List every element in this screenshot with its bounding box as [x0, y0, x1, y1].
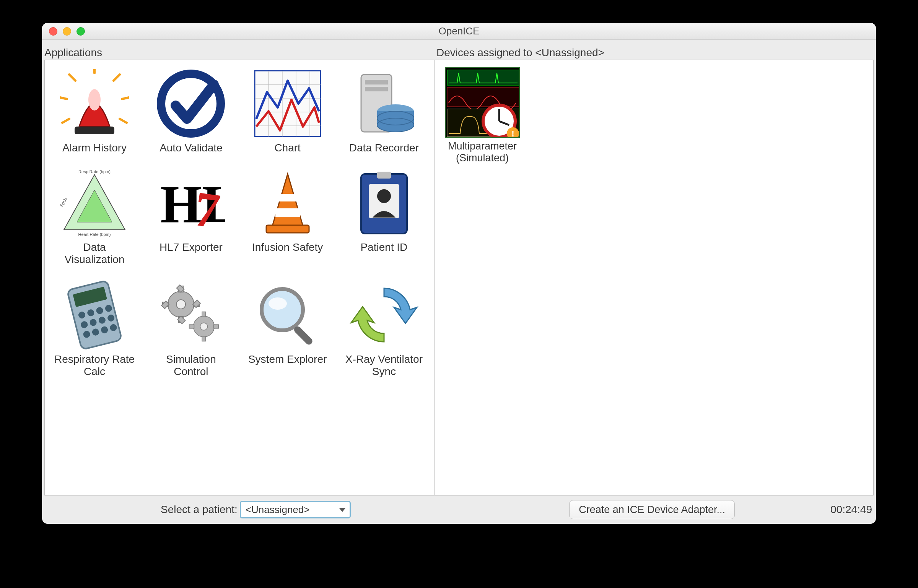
bottom-bar: Select a patient: <Unassigned> Create an… — [42, 498, 876, 524]
app-window: OpenICE Applications Devices assigned to… — [42, 23, 876, 524]
triangle-plot-icon — [56, 165, 133, 241]
magnifier-icon — [249, 277, 326, 353]
patient-select-value: <Unassigned> — [246, 504, 310, 516]
app-label: Alarm History — [62, 142, 127, 154]
minimize-icon[interactable] — [63, 27, 71, 36]
applications-heading: Applications — [44, 47, 436, 59]
chevron-down-icon — [339, 508, 346, 512]
app-label: Chart — [274, 142, 300, 154]
app-label: Infusion Safety — [252, 241, 323, 253]
content-area: Applications Devices assigned to <Unassi… — [42, 40, 876, 524]
create-ice-device-adapter-button[interactable]: Create an ICE Device Adapter... — [569, 500, 735, 519]
app-label: Respiratory RateCalc — [54, 353, 135, 378]
app-simulation-control[interactable]: SimulationControl — [143, 275, 239, 382]
device-label: Multiparameter(Simulated) — [448, 140, 517, 164]
alarm-beacon-icon — [56, 65, 133, 142]
calculator-icon — [56, 277, 133, 353]
close-icon[interactable] — [49, 27, 57, 36]
create-adapter-label: Create an ICE Device Adapter... — [579, 504, 725, 516]
waveform-clock-icon — [445, 67, 520, 138]
window-controls — [42, 27, 85, 36]
database-server-icon — [346, 65, 422, 142]
app-label: Patient ID — [360, 241, 407, 253]
app-data-visualization[interactable]: DataVisualization — [46, 163, 143, 270]
app-infusion-safety[interactable]: Infusion Safety — [239, 163, 336, 270]
device-multiparameter-simulated[interactable]: Multiparameter(Simulated) — [442, 67, 522, 164]
app-alarm-history[interactable]: Alarm History — [46, 64, 143, 158]
titlebar: OpenICE — [42, 23, 876, 40]
check-circle-icon — [153, 65, 229, 142]
id-card-icon — [346, 165, 422, 241]
sync-arrows-icon — [346, 277, 422, 353]
app-label: System Explorer — [248, 353, 327, 365]
app-auto-validate[interactable]: Auto Validate — [143, 64, 239, 158]
app-label: X-Ray VentilatorSync — [345, 353, 423, 378]
app-hl7-exporter[interactable]: HL7 Exporter — [143, 163, 239, 270]
app-xray-ventilator-sync[interactable]: X-Ray VentilatorSync — [336, 275, 432, 382]
patient-select[interactable]: <Unassigned> — [240, 501, 351, 518]
app-patient-id[interactable]: Patient ID — [336, 163, 432, 270]
app-chart[interactable]: Chart — [239, 64, 336, 158]
window-title: OpenICE — [42, 25, 876, 37]
devices-panel: Multiparameter(Simulated) — [434, 60, 874, 495]
clock: 00:24:49 — [830, 504, 872, 516]
hl7-icon — [153, 165, 229, 241]
select-patient-label: Select a patient: — [161, 504, 238, 516]
app-label: HL7 Exporter — [160, 241, 223, 253]
line-chart-icon — [249, 65, 326, 142]
app-data-recorder[interactable]: Data Recorder — [336, 64, 432, 158]
gears-icon — [153, 277, 229, 353]
app-system-explorer[interactable]: System Explorer — [239, 275, 336, 382]
applications-panel: Alarm History Auto Validate Chart Data R… — [44, 60, 434, 495]
devices-heading: Devices assigned to <Unassigned> — [436, 47, 874, 59]
app-label: DataVisualization — [65, 241, 125, 266]
app-label: Data Recorder — [349, 142, 419, 154]
app-label: Auto Validate — [160, 142, 223, 154]
app-respiratory-rate-calc[interactable]: Respiratory RateCalc — [46, 275, 143, 382]
zoom-icon[interactable] — [76, 27, 85, 36]
app-label: SimulationControl — [166, 353, 216, 378]
traffic-cone-icon — [249, 165, 326, 241]
